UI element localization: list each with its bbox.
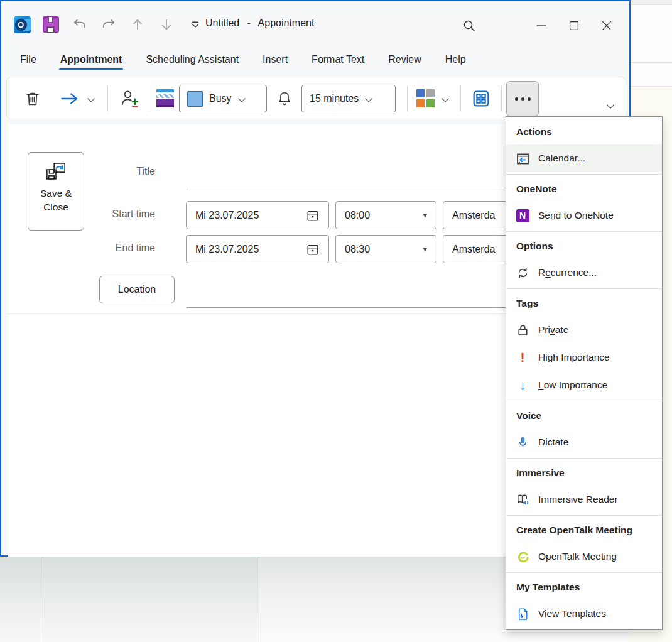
show-as-value: Busy	[209, 93, 232, 104]
start-time-select[interactable]: 08:00 ▾	[335, 201, 436, 229]
background-divider	[631, 86, 672, 87]
save-icon[interactable]	[41, 15, 60, 34]
immersive-reader-icon	[515, 492, 530, 507]
tab-help[interactable]: Help	[444, 53, 467, 72]
menu-item-label: Recurrence...	[538, 267, 597, 278]
menu-item-view-templates[interactable]: View Templates	[506, 600, 662, 628]
menu-item-label: OpenTalk Meeting	[538, 551, 617, 562]
menu-divider	[506, 174, 662, 175]
start-date-value: Mi 23.07.2025	[195, 210, 306, 221]
calendar-icon	[306, 209, 320, 222]
menu-item-label: Calendar...	[538, 153, 585, 164]
invite-attendees-icon[interactable]	[117, 86, 143, 111]
reminder-select[interactable]: 15 minutes	[301, 85, 396, 112]
tab-insert[interactable]: Insert	[261, 53, 289, 72]
apps-grid-icon[interactable]	[469, 87, 493, 110]
end-time-value: 08:30	[345, 244, 423, 255]
save-and-close-button[interactable]: Save & Close	[28, 152, 84, 231]
categorize-chevron-icon[interactable]	[442, 95, 449, 102]
menu-divider	[506, 288, 662, 289]
window-controls	[525, 13, 623, 39]
ribbon-toolbar: Busy 15 minutes	[6, 77, 626, 119]
delete-icon[interactable]	[22, 89, 43, 109]
menu-item-label: Low Importance	[538, 379, 607, 391]
chevron-down-icon	[238, 95, 246, 102]
lock-icon	[515, 322, 530, 337]
recurrence-icon	[515, 265, 530, 280]
move-down-icon[interactable]	[157, 15, 176, 34]
menu-item-label: View Templates	[538, 608, 606, 619]
menu-divider	[506, 572, 662, 573]
start-time-value: 08:00	[345, 210, 423, 221]
toolbar-separator	[501, 86, 502, 111]
tab-scheduling-assistant[interactable]: Scheduling Assistant	[144, 53, 240, 72]
background-divider	[43, 557, 43, 642]
menu-header-options: Options	[506, 234, 662, 259]
background-strip	[631, 0, 672, 5]
forward-dropdown-chevron-icon[interactable]	[87, 95, 95, 102]
menu-item-high-importance[interactable]: ! High Importance	[506, 344, 662, 371]
menu-header-immersive: Immersive	[506, 460, 662, 486]
forward-icon[interactable]	[57, 89, 82, 109]
window-title: Untitled - Appointment	[205, 18, 314, 29]
menu-item-recurrence[interactable]: Recurrence...	[506, 259, 662, 286]
toolbar-separator	[107, 86, 108, 111]
undo-icon[interactable]	[70, 15, 89, 34]
tab-format-text[interactable]: Format Text	[310, 53, 366, 72]
menu-item-low-importance[interactable]: ↓ Low Importance	[506, 371, 662, 399]
dropdown-arrow-icon: ▾	[423, 210, 427, 220]
menu-header-tags: Tags	[506, 291, 662, 316]
menu-item-label: High Importance	[538, 352, 610, 363]
minimize-button[interactable]	[525, 13, 558, 39]
menu-item-opentalk-meeting[interactable]: OpenTalk Meeting	[506, 543, 662, 570]
collapse-ribbon-chevron-icon[interactable]	[602, 99, 619, 114]
menu-item-label: Immersive Reader	[538, 494, 618, 505]
save-and-close-label: Save & Close	[40, 187, 72, 215]
microphone-icon	[515, 435, 530, 450]
end-date-field[interactable]: Mi 23.07.2025	[186, 235, 329, 263]
menu-header-actions: Actions	[506, 119, 662, 144]
menu-item-send-to-onenote[interactable]: N Send to OneNote	[506, 202, 662, 229]
show-as-select[interactable]: Busy	[179, 85, 267, 112]
toolbar-separator	[407, 86, 408, 111]
tab-file[interactable]: File	[19, 53, 38, 72]
categorize-icon[interactable]	[416, 89, 435, 107]
end-date-value: Mi 23.07.2025	[195, 244, 306, 255]
busy-color-swatch	[187, 91, 203, 107]
onenote-icon: N	[515, 208, 530, 223]
close-button[interactable]	[590, 13, 623, 39]
background-divider	[631, 62, 672, 63]
reminder-value: 15 minutes	[310, 93, 359, 104]
customize-qat-icon[interactable]	[186, 15, 205, 34]
menu-item-private[interactable]: Private	[506, 316, 662, 344]
menu-item-dictate[interactable]: Dictate	[506, 428, 662, 456]
reminder-bell-icon	[273, 87, 296, 110]
toolbar-separator	[460, 86, 461, 111]
search-icon[interactable]	[456, 13, 482, 39]
menu-item-label: Send to OneNote	[538, 210, 614, 221]
menu-item-label: Dictate	[538, 437, 568, 448]
start-date-field[interactable]: Mi 23.07.2025	[186, 201, 329, 229]
location-button-label: Location	[118, 284, 156, 295]
move-up-icon[interactable]	[128, 15, 147, 34]
menu-divider	[506, 458, 662, 459]
background-divider	[259, 557, 259, 642]
menu-item-calendar[interactable]: Calendar...	[506, 144, 662, 172]
tab-appointment[interactable]: Appointment	[59, 53, 124, 72]
more-commands-button[interactable]	[506, 81, 539, 116]
menu-item-immersive-reader[interactable]: Immersive Reader	[506, 486, 662, 513]
show-as-status-icon	[156, 89, 174, 107]
redo-icon[interactable]	[99, 15, 118, 34]
calendar-switch-icon	[515, 151, 530, 166]
low-importance-icon: ↓	[515, 378, 530, 393]
end-time-select[interactable]: 08:30 ▾	[335, 235, 436, 263]
menu-header-voice: Voice	[506, 403, 662, 428]
title-bar: O Untitled - Appointment	[1, 1, 629, 48]
chevron-down-icon	[365, 95, 372, 102]
maximize-button[interactable]	[558, 13, 590, 39]
tab-review[interactable]: Review	[387, 53, 422, 72]
end-time-label: End time	[83, 242, 155, 254]
view-templates-icon	[515, 606, 530, 621]
location-button[interactable]: Location	[99, 276, 175, 303]
ribbon-tab-bar: File Appointment Scheduling Assistant In…	[19, 53, 467, 75]
